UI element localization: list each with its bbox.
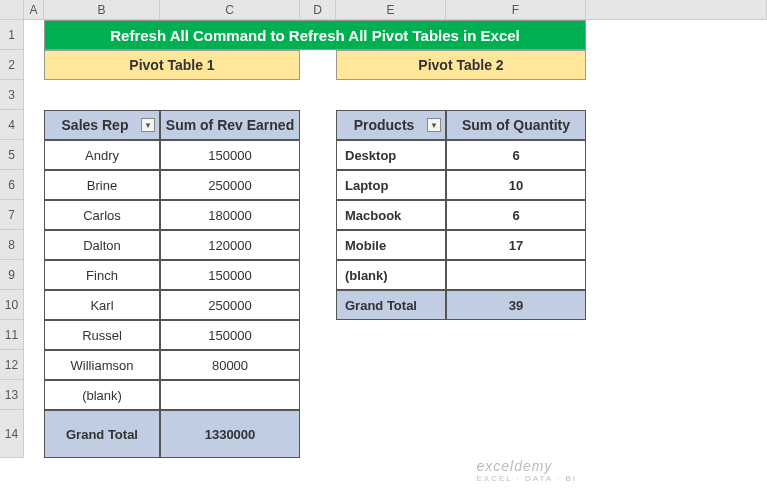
pt1-row-value[interactable]: 150000 — [160, 320, 300, 350]
col-header-B[interactable]: B — [44, 0, 160, 20]
pt1-row-value[interactable] — [160, 380, 300, 410]
pt1-row-label[interactable]: Finch — [44, 260, 160, 290]
pt2-row-value[interactable] — [446, 260, 586, 290]
row-header-6[interactable]: 6 — [0, 170, 24, 200]
pt2-row-label[interactable]: (blank) — [336, 260, 446, 290]
row-header-8[interactable]: 8 — [0, 230, 24, 260]
pt2-row-label[interactable]: Mobile — [336, 230, 446, 260]
pt1-row-label[interactable]: Karl — [44, 290, 160, 320]
pt2-row-value[interactable]: 6 — [446, 140, 586, 170]
pt1-header-label: Sales Rep — [49, 117, 141, 133]
filter-dropdown-icon[interactable]: ▼ — [141, 118, 155, 132]
row-header-7[interactable]: 7 — [0, 200, 24, 230]
row-header-5[interactable]: 5 — [0, 140, 24, 170]
pt2-row-value[interactable]: 10 — [446, 170, 586, 200]
row-header-11[interactable]: 11 — [0, 320, 24, 350]
pt1-row-value[interactable]: 150000 — [160, 260, 300, 290]
select-all-corner[interactable] — [0, 0, 24, 20]
row-header-13[interactable]: 13 — [0, 380, 24, 410]
pt2-grand-total-value[interactable]: 39 — [446, 290, 586, 320]
row-header-1[interactable]: 1 — [0, 20, 24, 50]
pt1-row-value[interactable]: 150000 — [160, 140, 300, 170]
pivot-table-1-title: Pivot Table 1 — [44, 50, 300, 80]
watermark-tag: EXCEL · DATA · BI — [476, 474, 577, 483]
pt2-row-label[interactable]: Macbook — [336, 200, 446, 230]
pt1-row-value[interactable]: 250000 — [160, 170, 300, 200]
pt1-row-label[interactable]: Carlos — [44, 200, 160, 230]
pt2-header-label2: Sum of Quantity — [451, 117, 581, 133]
pt1-header-label2: Sum of Rev Earned — [165, 117, 295, 133]
pt1-row-value[interactable]: 180000 — [160, 200, 300, 230]
pt1-header-sales-rep[interactable]: Sales Rep ▼ — [44, 110, 160, 140]
col-header-F[interactable]: F — [446, 0, 586, 20]
pt2-header-sum-qty: Sum of Quantity — [446, 110, 586, 140]
pt1-grand-total-value[interactable]: 1330000 — [160, 410, 300, 458]
pt2-row-label[interactable]: Desktop — [336, 140, 446, 170]
pt1-header-sum-rev: Sum of Rev Earned — [160, 110, 300, 140]
pt1-row-label[interactable]: (blank) — [44, 380, 160, 410]
pivot-table-2-title: Pivot Table 2 — [336, 50, 586, 80]
pt2-row-value[interactable]: 6 — [446, 200, 586, 230]
pt2-header-products[interactable]: Products ▼ — [336, 110, 446, 140]
pt2-row-value[interactable]: 17 — [446, 230, 586, 260]
col-header-C[interactable]: C — [160, 0, 300, 20]
filter-dropdown-icon[interactable]: ▼ — [427, 118, 441, 132]
pt1-row-label[interactable]: Russel — [44, 320, 160, 350]
spreadsheet: A B C D E F 1 2 3 4 5 6 7 8 9 10 11 12 1… — [0, 0, 767, 458]
col-header-E[interactable]: E — [336, 0, 446, 20]
col-header-A[interactable]: A — [24, 0, 44, 20]
pt1-row-value[interactable]: 80000 — [160, 350, 300, 380]
pt2-header-label: Products — [341, 117, 427, 133]
col-header-D[interactable]: D — [300, 0, 336, 20]
pt1-row-label[interactable]: Brine — [44, 170, 160, 200]
pt1-row-value[interactable]: 250000 — [160, 290, 300, 320]
col-header-blank — [586, 0, 767, 20]
pt1-row-label[interactable]: Williamson — [44, 350, 160, 380]
watermark-brand: exceldemy — [476, 458, 552, 474]
row-header-10[interactable]: 10 — [0, 290, 24, 320]
pt1-row-label[interactable]: Dalton — [44, 230, 160, 260]
page-title-banner: Refresh All Command to Refresh All Pivot… — [44, 20, 586, 50]
pt2-row-label[interactable]: Laptop — [336, 170, 446, 200]
row-header-14[interactable]: 14 — [0, 410, 24, 458]
pt1-grand-total-label[interactable]: Grand Total — [44, 410, 160, 458]
row-header-4[interactable]: 4 — [0, 110, 24, 140]
row-header-2[interactable]: 2 — [0, 50, 24, 80]
pt1-row-value[interactable]: 120000 — [160, 230, 300, 260]
row-header-9[interactable]: 9 — [0, 260, 24, 290]
watermark: exceldemy EXCEL · DATA · BI — [476, 458, 577, 483]
row-header-3[interactable]: 3 — [0, 80, 24, 110]
pt1-row-label[interactable]: Andry — [44, 140, 160, 170]
row-header-12[interactable]: 12 — [0, 350, 24, 380]
pt2-grand-total-label[interactable]: Grand Total — [336, 290, 446, 320]
